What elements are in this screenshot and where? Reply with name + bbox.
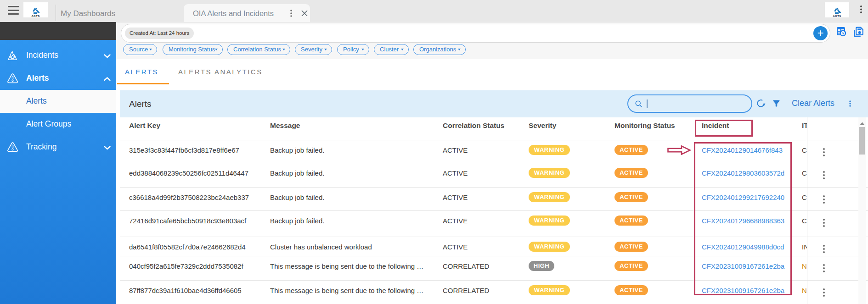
svg-text:AOTS: AOTS	[31, 15, 39, 17]
svg-text:AOTS: AOTS	[833, 15, 841, 17]
